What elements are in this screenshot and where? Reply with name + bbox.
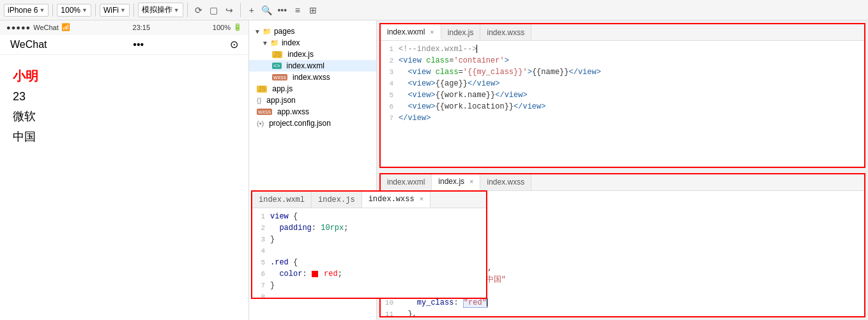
tree-item-app-json[interactable]: {} app.json: [249, 95, 376, 106]
tab-wxss-close[interactable]: ×: [420, 195, 424, 203]
tab-wxml-top-close[interactable]: ×: [430, 28, 434, 36]
pages-folder-icon: 📁: [263, 27, 271, 36]
wxss-editor: index.wxml index.js index.wxss × 1 view …: [251, 190, 487, 299]
code-line-7: 7 </view>: [381, 112, 864, 124]
search-icon[interactable]: 🔍: [260, 3, 274, 17]
time-display: 23:15: [133, 24, 151, 31]
status-right: 100% 🔋: [213, 23, 242, 31]
status-left: ●●●●● WeChat 📶: [6, 23, 70, 31]
wxss-line-7: 7 }: [252, 280, 486, 291]
tab-wxml-wxss-label: index.wxml: [259, 195, 305, 204]
code-line-1: 1 <!--index.wxml-->: [381, 43, 864, 55]
wxss-code-area[interactable]: 1 view { 2 padding: 10rpx; 3 } 4 5 .red …: [252, 208, 486, 298]
js-line-11: 11 },: [381, 309, 864, 317]
editor-icons: + 🔍 ••• ≡ ⊞: [245, 3, 324, 17]
tab-js-close[interactable]: ×: [469, 178, 473, 185]
wxml-icon: <>: [272, 63, 282, 69]
app-js-icon: JS: [257, 86, 267, 93]
more-icon[interactable]: •••: [275, 3, 289, 17]
bottom-tab-bar: index.wxml index.js × index.wxss: [381, 174, 864, 191]
battery-icon: 🔋: [233, 23, 242, 31]
signal-dots: ●●●●●: [6, 24, 31, 31]
tab-js-bottom[interactable]: index.js ×: [432, 174, 480, 190]
device-label: iPhone 6: [8, 6, 38, 15]
zoom-select[interactable]: 100% ▼: [57, 4, 91, 17]
rotate-icon[interactable]: ⟳: [192, 3, 206, 17]
phone-panel: ●●●●● WeChat 📶 23:15 100% 🔋 WeChat ••• ⊙…: [0, 20, 249, 320]
lines-icon[interactable]: ≡: [291, 3, 305, 17]
app-js-label: app.js: [272, 84, 293, 93]
top-code-area[interactable]: 1 <!--index.wxml--> 2 <view class='conta…: [381, 41, 864, 167]
phone-location: 中国: [13, 129, 236, 144]
wxss-line-2: 2 padding: 10rpx;: [252, 222, 486, 234]
zoom-label: 100%: [61, 6, 80, 15]
zoom-chevron: ▼: [82, 7, 88, 13]
tab-js-bottom-label: index.js: [438, 177, 464, 186]
tab-js-wxss[interactable]: index.js: [312, 192, 362, 208]
network-chevron: ▼: [120, 7, 126, 13]
app-wxss-icon: wxss: [257, 109, 272, 115]
app-title: WeChat: [10, 39, 47, 50]
config-icon: (•): [257, 119, 264, 127]
tab-wxss-wxss-label: index.wxss: [369, 195, 415, 204]
tab-wxml-top-label: index.wxml: [387, 27, 425, 36]
tab-wxss-bottom[interactable]: index.wxss: [480, 174, 531, 190]
phone-status-bar: ●●●●● WeChat 📶 23:15 100% 🔋: [0, 20, 248, 34]
device-group: iPhone 6 ▼: [4, 4, 53, 17]
dots-icon: •••: [133, 39, 144, 50]
tree-item-pages[interactable]: ▼ 📁 pages: [249, 26, 376, 37]
code-line-5: 5 <view>{{work.name}}</view>: [381, 89, 864, 101]
tab-wxss-top[interactable]: index.wxss: [480, 24, 531, 40]
tab-wxml-wxss[interactable]: index.wxml: [252, 192, 312, 208]
network-select[interactable]: WiFi ▼: [100, 4, 130, 17]
tab-wxss-wxss[interactable]: index.wxss ×: [362, 192, 431, 208]
tree-item-app-wxss[interactable]: wxss app.wxss: [249, 106, 376, 118]
index-wxml-label: index.wxml: [287, 61, 324, 70]
zoom-group: 100% ▼: [57, 4, 96, 17]
pages-label: pages: [274, 27, 295, 36]
wifi-icon: 📶: [61, 23, 70, 31]
record-icon: ⊙: [230, 38, 238, 50]
layout-icon[interactable]: ⊞: [306, 3, 320, 17]
tab-js-wxss-label: index.js: [318, 195, 355, 204]
tree-item-index-js[interactable]: JS index.js: [249, 49, 376, 60]
tree-item-index[interactable]: ▼ 📁 index: [249, 37, 376, 49]
index-js-label: index.js: [287, 50, 314, 59]
mode-select[interactable]: 模拟操作 ▼: [138, 3, 183, 17]
tree-item-index-wxml[interactable]: <> index.wxml: [249, 60, 376, 72]
project-config-label: project.config.json: [269, 119, 331, 128]
screenshot-icon[interactable]: ▢: [207, 3, 221, 17]
tab-wxss-bottom-label: index.wxss: [487, 178, 524, 187]
forward-icon[interactable]: ↪: [222, 3, 236, 17]
device-select[interactable]: iPhone 6 ▼: [4, 4, 49, 17]
wxss-line-4: 4: [252, 245, 486, 257]
phone-title-bar: WeChat ••• ⊙: [0, 34, 248, 55]
wxss-line-1: 1 view {: [252, 211, 486, 222]
code-line-2: 2 <view class='container'>: [381, 55, 864, 66]
code-line-3: 3 <view class='{{my_class}}'>{{name}}</v…: [381, 66, 864, 78]
wechat-label: WeChat: [33, 24, 59, 31]
tree-item-project-config[interactable]: (•) project.config.json: [249, 118, 376, 129]
mode-chevron: ▼: [174, 7, 179, 13]
mode-group: 模拟操作 ▼: [138, 3, 188, 17]
wxss-line-6: 6 color: red;: [252, 268, 486, 280]
json-icon: {}: [257, 96, 261, 104]
tree-item-index-wxss[interactable]: wxss index.wxss: [249, 72, 376, 83]
tab-wxml-bottom-label: index.wxml: [387, 178, 425, 187]
index-wxss-label: index.wxss: [293, 73, 330, 82]
tab-wxml-bottom[interactable]: index.wxml: [381, 174, 432, 190]
index-arrow: ▼: [262, 40, 268, 47]
tree-item-app-js[interactable]: JS app.js: [249, 83, 376, 95]
wxss-line-3: 3 }: [252, 234, 486, 245]
tab-js-top[interactable]: index.js: [441, 24, 481, 40]
code-line-4: 4 <view>{{age}}</view>: [381, 78, 864, 89]
tab-wxml-top[interactable]: index.wxml ×: [381, 24, 441, 40]
wxss-line-8: 8: [252, 291, 486, 298]
battery-label: 100%: [213, 24, 231, 31]
tab-js-top-label: index.js: [448, 28, 474, 37]
code-line-6: 6 <view>{{work.location}}</view>: [381, 101, 864, 112]
phone-name: 小明: [13, 68, 236, 85]
phone-age: 23: [13, 90, 236, 103]
network-label: WiFi: [103, 6, 119, 15]
plus-icon[interactable]: +: [245, 3, 259, 17]
